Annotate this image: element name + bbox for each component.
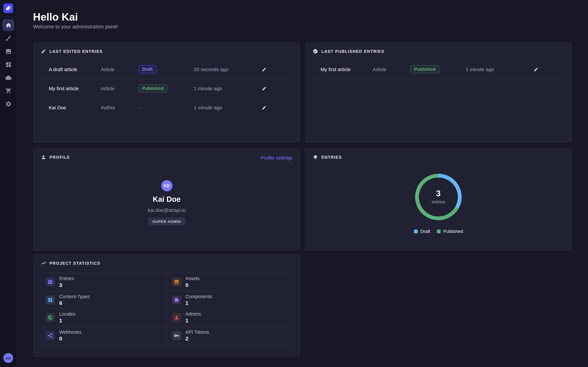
webhooks-share-icon [46,331,55,340]
sidebar-item-content-type-builder[interactable] [2,58,14,70]
components-puzzle-icon [172,295,181,304]
stat-api-tokens: API Tokens2 [167,327,293,344]
page-title: Hello Kai [33,11,78,23]
last-edited-table: A draft article Article Draft 20 seconds… [41,59,293,117]
pencil-icon [262,67,267,72]
trending-up-icon [41,261,46,266]
chart-legend: Draft Published [305,229,572,234]
stat-value: 1 [185,300,212,306]
admins-person-icon [172,313,181,322]
entries-donut-chart: 3 entries [414,173,463,221]
sidebar-item-home[interactable] [2,19,14,31]
entry-time: 20 seconds ago [194,67,260,72]
cloud-icon [5,74,11,81]
card-title: LAST EDITED ENTRIES [41,49,103,54]
stat-entries: Entries3 [41,273,167,291]
stat-label: Assets [185,276,199,281]
stat-label: API Tokens [185,329,209,335]
sidebar: KD [0,0,17,367]
entry-time: 1 minute ago [466,67,532,72]
edit-button[interactable] [532,65,540,73]
stat-value: 0 [59,335,81,342]
sidebar-item-marketplace[interactable] [2,85,14,97]
role-badge: SUPER ADMIN [148,217,185,225]
stat-label: Webhooks [59,329,81,335]
profile-name: Kai Doe [33,195,300,204]
main-content: Hello Kai Welcome to your administration… [17,0,588,367]
entries-box-icon [46,278,55,287]
assets-image-icon [172,278,181,287]
pencil-icon [534,67,538,72]
stats-grid: Entries3 Assets0 Content-Types6 Componen… [41,273,293,345]
stat-label: Components [185,294,212,299]
content-manager-icon [5,35,11,42]
card-title-label: LAST EDITED ENTRIES [50,49,103,54]
table-row[interactable]: Kai Doe Author - 1 minute ago [41,98,293,117]
content-types-layout-icon [46,295,55,304]
card-title-label: PROJECT STATISTICS [50,261,100,266]
status-badge: Published [138,84,167,93]
strapi-logo[interactable] [3,3,13,13]
stat-label: Entries [59,276,74,281]
stat-value: 3 [59,282,74,288]
stat-value: 2 [185,335,209,342]
stat-value: 1 [185,317,201,324]
stat-label: Content-Types [59,294,90,299]
profile-body: KD Kai Doe kai.doe@strapi.io SUPER ADMIN [33,180,300,225]
stat-label: Locales [59,312,76,317]
pencil-icon [41,49,46,54]
sidebar-item-content-manager[interactable] [2,32,14,44]
sidebar-nav [0,19,17,110]
last-published-entries-card: LAST PUBLISHED ENTRIES My first article … [305,42,572,142]
strapi-logo-icon [6,6,11,11]
pencil-icon [262,86,267,91]
entry-time: 1 minute ago [194,105,260,110]
stat-admins: Admins1 [167,309,293,327]
card-title-label: ENTRIES [321,155,342,160]
entries-count: 3 [436,190,441,198]
stat-value: 1 [59,317,76,324]
entry-name: A draft article [41,67,101,72]
pencil-icon [262,105,267,110]
card-title-label: PROFILE [50,155,70,160]
last-edited-entries-card: LAST EDITED ENTRIES A draft article Arti… [33,42,300,142]
card-title-label: LAST PUBLISHED ENTRIES [321,49,384,54]
user-avatar[interactable]: KD [3,353,13,363]
media-library-icon [5,48,11,54]
home-icon [5,22,11,28]
draft-color-swatch [414,230,418,233]
locales-globe-icon [46,313,55,322]
entry-name: Kai Doe [41,105,101,110]
table-row[interactable]: My first article Article Published 1 min… [313,60,564,79]
table-row[interactable]: My first article Article Published 1 min… [41,79,293,98]
edit-button[interactable] [260,104,268,111]
settings-gear-icon [5,100,11,107]
layers-icon [313,155,318,160]
status-empty: - [138,105,140,110]
legend-label: Published [443,229,463,234]
sidebar-item-cloud[interactable] [2,72,14,83]
profile-email: kai.doe@strapi.io [33,208,300,213]
table-row[interactable]: A draft article Article Draft 20 seconds… [41,60,293,79]
edit-button[interactable] [260,84,268,92]
published-color-swatch [437,230,441,233]
entry-name: My first article [41,86,101,91]
stat-value: 0 [185,282,199,288]
stat-components: Components1 [167,291,293,309]
stat-locales: Locales1 [41,309,167,327]
legend-item-draft: Draft [414,229,430,234]
card-title: LAST PUBLISHED ENTRIES [313,49,384,54]
sidebar-item-media-library[interactable] [2,45,14,57]
entry-name: My first article [313,67,373,72]
stat-assets: Assets0 [167,273,293,291]
legend-label: Draft [420,229,430,234]
profile-settings-link[interactable]: Profile settings [260,155,293,161]
marketplace-cart-icon [5,87,11,94]
last-published-table: My first article Article Published 1 min… [313,59,564,79]
sidebar-item-settings[interactable] [2,98,14,110]
sidebar-divider [0,17,17,17]
legend-item-published: Published [437,229,463,234]
entry-kind: Article [101,86,138,91]
edit-button[interactable] [260,65,268,73]
entries-count-label: entries [432,199,445,204]
